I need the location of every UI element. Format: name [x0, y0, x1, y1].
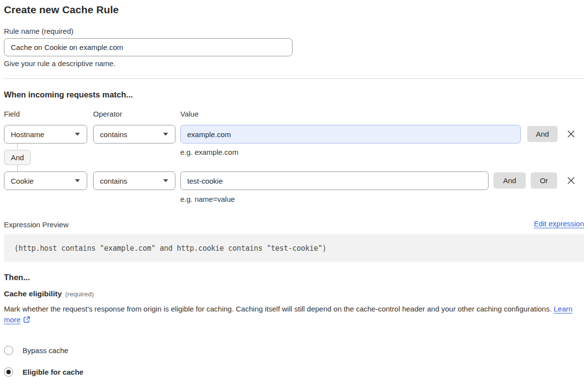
required-tag: (required): [65, 290, 94, 298]
column-label-operator: Operator: [93, 110, 122, 118]
field-select-row2[interactable]: Cookie: [4, 171, 87, 190]
radio-label-eligible: Eligible for cache: [23, 368, 83, 376]
cache-eligibility-heading: Cache eligibility: [4, 289, 62, 298]
condition-connector-and[interactable]: And: [4, 150, 31, 165]
page-title: Create new Cache Rule: [4, 4, 119, 16]
caret-down-icon: [75, 179, 80, 182]
section-divider: [4, 78, 584, 79]
create-cache-rule-page: Create new Cache Rule Rule name (require…: [0, 0, 588, 384]
radio-dot: [6, 370, 11, 374]
add-and-condition-button-row2[interactable]: And: [493, 172, 526, 189]
caret-down-icon: [163, 133, 168, 136]
expression-code: (http.host contains "example.com" and ht…: [14, 244, 326, 253]
radio-label-bypass: Bypass cache: [23, 346, 68, 355]
field-select-row2-value: Cookie: [11, 177, 34, 185]
rule-name-input[interactable]: [4, 38, 293, 56]
match-section-heading: When incoming requests match...: [4, 90, 133, 99]
radio-option-bypass-cache[interactable]: Bypass cache: [4, 346, 68, 355]
cache-eligibility-heading-row: Cache eligibility(required): [4, 289, 94, 298]
close-icon: [567, 176, 575, 185]
expression-preview-label: Expression Preview: [4, 220, 69, 229]
remove-condition-button-row1[interactable]: [564, 127, 578, 141]
value-hint-row2: e.g. name=value: [180, 195, 235, 203]
caret-down-icon: [75, 133, 80, 136]
connector-line-top: [17, 144, 18, 150]
then-section-heading: Then...: [4, 273, 30, 282]
rule-name-help: Give your rule a descriptive name.: [4, 59, 116, 68]
expression-code-block: (http.host contains "example.com" and ht…: [4, 234, 584, 262]
operator-select-row1[interactable]: contains: [93, 125, 175, 144]
caret-down-icon: [163, 179, 168, 182]
connector-line-bottom: [17, 165, 18, 171]
field-select-row1[interactable]: Hostname: [4, 125, 87, 144]
cache-eligibility-description: Mark whether the request’s response from…: [4, 304, 584, 326]
operator-select-row2[interactable]: contains: [93, 171, 175, 190]
rule-name-label: Rule name (required): [4, 27, 74, 35]
column-label-value: Value: [180, 110, 198, 118]
radio-selected-icon: [4, 367, 13, 377]
add-or-condition-button-row2[interactable]: Or: [531, 172, 557, 189]
radio-unselected-icon: [4, 346, 13, 355]
value-hint-row1: e.g. example.com: [180, 148, 238, 156]
close-icon: [567, 130, 575, 138]
remove-condition-button-row2[interactable]: [564, 173, 578, 187]
operator-select-row2-value: contains: [100, 177, 127, 185]
value-input-row2[interactable]: [180, 171, 489, 190]
add-and-condition-button-row1[interactable]: And: [527, 126, 558, 142]
operator-select-row1-value: contains: [100, 130, 127, 139]
edit-expression-link[interactable]: Edit expression: [534, 219, 584, 228]
field-select-row1-value: Hostname: [11, 130, 44, 139]
external-link-icon: [23, 315, 30, 326]
cache-eligibility-description-text: Mark whether the request’s response from…: [4, 305, 552, 313]
value-input-row1[interactable]: [180, 125, 521, 144]
radio-option-eligible-for-cache[interactable]: Eligible for cache: [4, 367, 83, 377]
column-label-field: Field: [4, 110, 20, 118]
